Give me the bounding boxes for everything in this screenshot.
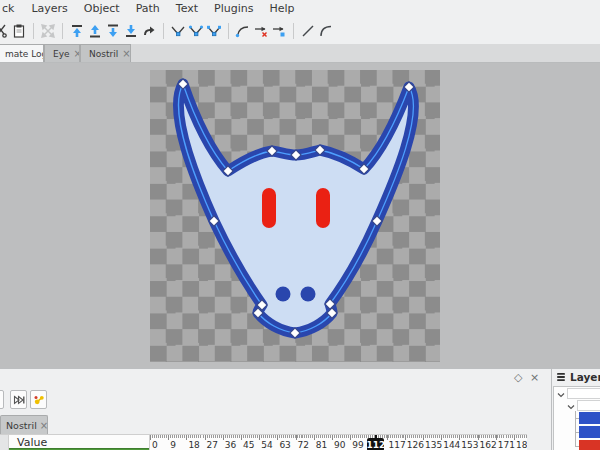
ruler-major-tick: [150, 435, 151, 440]
timeline-tab-label: Nostril: [6, 420, 37, 431]
canvas-viewport[interactable]: [0, 63, 600, 368]
tab-close-icon[interactable]: ×: [122, 48, 130, 59]
order-move-icon[interactable]: [140, 20, 158, 42]
menu-item-path[interactable]: Path: [128, 2, 168, 15]
ruler-major-tick: [241, 435, 242, 440]
layer-item[interactable]: [567, 388, 600, 399]
cut-icon[interactable]: [0, 20, 10, 42]
canvas-svg[interactable]: [0, 63, 600, 368]
logo-left-nostril[interactable]: [276, 287, 291, 302]
layer-color-swatch[interactable]: [579, 440, 600, 450]
logo-head-shape[interactable]: [178, 84, 413, 333]
tab-label: mate Logo: [5, 49, 44, 59]
toolbar-separator: [293, 23, 294, 39]
timeline-tab-nostril[interactable]: Nostril ×: [0, 415, 48, 434]
menu-item-help[interactable]: Help: [261, 2, 302, 15]
jump-to-end-button[interactable]: [10, 390, 27, 409]
ruler-label: 54: [261, 440, 272, 450]
ruler-label: 9: [170, 440, 176, 450]
paste-icon[interactable]: [10, 20, 28, 42]
ruler-label: 180: [516, 440, 527, 450]
node-symmetric-icon[interactable]: [205, 20, 223, 42]
tab-main-composition[interactable]: mate Logo: [0, 44, 44, 62]
layers-dock: Layers: [551, 368, 600, 450]
layer-color-swatch[interactable]: [579, 426, 600, 438]
toolbar-separator: [228, 23, 229, 39]
dock-close-icon[interactable]: ×: [530, 371, 539, 384]
ruler-label: 126: [407, 440, 424, 450]
ruler-major-tick: [314, 435, 315, 440]
ruler-label: 117: [389, 440, 406, 450]
menu-item-plugins[interactable]: Plugins: [206, 2, 261, 15]
node-remove-icon[interactable]: [252, 20, 270, 42]
ruler-label: 135: [425, 440, 442, 450]
composition-tab-bar: mate Logo Eye × Nostril ×: [0, 45, 600, 63]
ruler-label: 72: [298, 440, 309, 450]
toolbar: [0, 17, 600, 45]
ruler-label: 0: [152, 440, 158, 450]
ruler-major-tick: [277, 435, 278, 440]
lower-to-bottom-icon[interactable]: [122, 20, 140, 42]
playhead[interactable]: 112: [367, 438, 384, 450]
ruler-label: 90: [334, 440, 345, 450]
ruler-major-tick: [441, 435, 442, 440]
ruler-major-tick: [496, 435, 497, 440]
ruler-major-tick: [387, 435, 388, 440]
menu-item-text[interactable]: Text: [168, 2, 206, 15]
ruler-major-tick: [405, 435, 406, 440]
toolbar-separator: [163, 23, 164, 39]
timeline-ruler[interactable]: 112 091827364554637281909911712613514415…: [149, 434, 527, 450]
ruler-major-tick: [514, 435, 515, 440]
tab-eye[interactable]: Eye ×: [44, 44, 80, 62]
node-smooth-icon[interactable]: [187, 20, 205, 42]
playback-button-partial[interactable]: [0, 390, 4, 409]
ruler-major-tick: [332, 435, 333, 440]
menu-item-partial[interactable]: ck: [2, 2, 23, 15]
segment-line-icon[interactable]: [299, 20, 317, 42]
ruler-label: 36: [225, 440, 236, 450]
node-add-icon[interactable]: [270, 20, 288, 42]
lower-icon[interactable]: [104, 20, 122, 42]
node-corner-icon[interactable]: [169, 20, 187, 42]
ruler-label: 45: [243, 440, 254, 450]
ruler-major-tick: [478, 435, 479, 440]
value-column-header: Value: [9, 434, 149, 448]
ruler-label: 99: [352, 440, 363, 450]
tab-nostril[interactable]: Nostril ×: [80, 44, 131, 62]
logo-left-eye[interactable]: [262, 188, 276, 228]
ruler-major-tick: [259, 435, 260, 440]
layer-color-swatch[interactable]: [579, 412, 600, 424]
tab-label: Nostril: [89, 49, 118, 59]
logo-right-nostril[interactable]: [301, 287, 316, 302]
dock-float-icon[interactable]: ◇: [514, 371, 522, 384]
segment-curve-icon[interactable]: [234, 20, 252, 42]
ruler-major-tick: [223, 435, 224, 440]
record-keyframe-button[interactable]: [30, 390, 47, 409]
ruler-major-tick: [423, 435, 424, 440]
segment-arc-icon[interactable]: [317, 20, 335, 42]
menu-item-object[interactable]: Object: [76, 2, 128, 15]
record-keyframe-icon: [33, 394, 45, 406]
expander-chevron-icon[interactable]: [567, 403, 575, 411]
ruler-major-tick: [205, 435, 206, 440]
ruler-major-tick: [459, 435, 460, 440]
glaxnimate-window: ck Layers Object Path Text Plugins Help: [0, 0, 600, 450]
expander-chevron-icon[interactable]: [557, 391, 565, 399]
layers-tree: [553, 386, 600, 450]
menu-item-layers[interactable]: Layers: [23, 2, 75, 15]
ruler-label: 162: [480, 440, 497, 450]
jump-to-end-icon: [13, 394, 25, 406]
raise-to-top-icon[interactable]: [68, 20, 86, 42]
tree-connector: [575, 411, 576, 447]
ruler-major-tick: [296, 435, 297, 440]
layers-panel-title: Layers: [556, 371, 600, 383]
ruler-label: 144: [443, 440, 460, 450]
layer-item[interactable]: [577, 400, 600, 411]
logo-right-eye[interactable]: [316, 188, 330, 228]
raise-icon[interactable]: [86, 20, 104, 42]
timeline-gutter: [0, 434, 9, 450]
move-icon-disabled[interactable]: [39, 20, 57, 42]
ruler-label: 63: [279, 440, 290, 450]
timeline-tab-close-icon[interactable]: ×: [40, 420, 48, 431]
tab-label: Eye: [53, 49, 70, 59]
